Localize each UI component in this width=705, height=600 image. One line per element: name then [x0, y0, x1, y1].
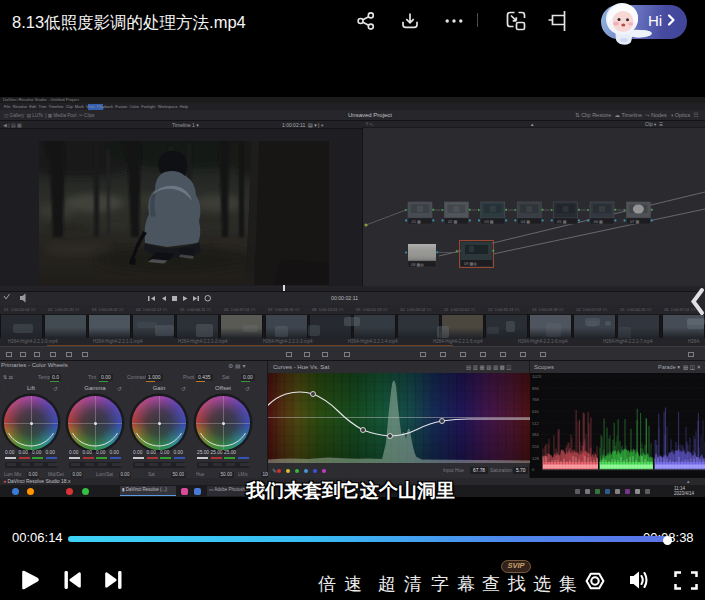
svg-text:06 ▩: 06 ▩	[594, 219, 604, 224]
svg-text:05 ▩: 05 ▩	[557, 219, 567, 224]
svg-text:896: 896	[532, 386, 539, 391]
svg-text:640: 640	[532, 409, 539, 414]
svg-text:128: 128	[532, 456, 539, 461]
svg-text:07 ▩: 07 ▩	[630, 219, 640, 224]
svg-text:09 ▩◍: 09 ▩◍	[464, 261, 477, 266]
svg-text:256: 256	[532, 444, 539, 449]
svg-text:512: 512	[532, 421, 539, 426]
svg-text:03 ▩: 03 ▩	[484, 219, 494, 224]
svg-text:08 ▩◍: 08 ▩◍	[411, 262, 424, 267]
svg-text:01 ▩: 01 ▩	[412, 219, 422, 224]
svg-text:02 ▩: 02 ▩	[448, 219, 458, 224]
svg-text:768: 768	[532, 397, 539, 402]
svg-text:384: 384	[532, 432, 539, 437]
svg-text:1023: 1023	[532, 374, 542, 379]
svg-text:04 ▩: 04 ▩	[521, 219, 531, 224]
